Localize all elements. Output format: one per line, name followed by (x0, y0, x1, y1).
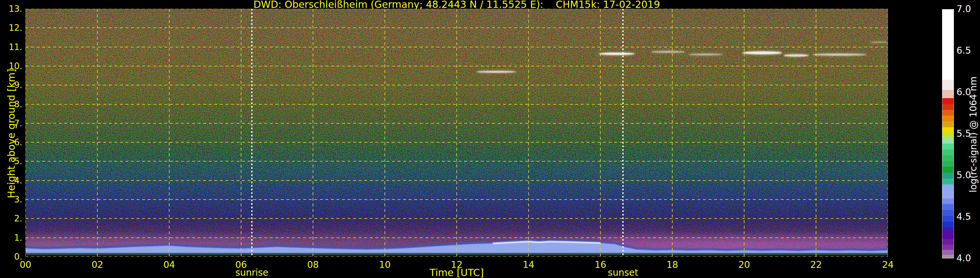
colorbar-tick-label: 6.5 (956, 46, 980, 56)
cloud-streak (870, 42, 888, 43)
gridline-vertical (528, 9, 529, 257)
gridline-vertical (241, 9, 242, 257)
gridline-horizontal (25, 161, 888, 161)
y-tick-label: 4. (0, 176, 22, 185)
cloud-streak (599, 53, 635, 55)
gridline-horizontal (25, 27, 888, 28)
y-tick-label: 5. (0, 157, 22, 166)
gridline-vertical (169, 9, 170, 257)
sunrise-line (251, 9, 253, 257)
y-tick-label: 11. (0, 42, 22, 52)
y-tick-label: 13. (0, 4, 22, 14)
gridline-horizontal (25, 256, 888, 257)
y-tick-label: 8. (0, 99, 22, 109)
gridline-vertical (457, 9, 457, 257)
gridline-vertical (744, 9, 745, 257)
cloud-streak (743, 51, 782, 54)
gridline-horizontal (25, 238, 888, 238)
y-tick-label: 2. (0, 214, 22, 224)
colorbar-tick-label: 7.0 (956, 4, 980, 14)
colorbar-tick-label: 4.5 (956, 212, 980, 222)
sunset-label: sunset (597, 268, 649, 278)
gridline-vertical (385, 9, 385, 257)
gridline-horizontal (25, 47, 888, 48)
gridline-horizontal (25, 9, 888, 9)
y-tick-label: 9. (0, 80, 22, 90)
y-tick-label: 3. (0, 195, 22, 205)
gridline-horizontal (25, 218, 888, 219)
cloud-streak (651, 51, 685, 53)
sunrise-label: sunrise (226, 268, 278, 278)
gridline-vertical (816, 9, 816, 257)
colorbar-gradient (942, 9, 954, 258)
x-axis-label: Time [UTC] (25, 268, 888, 278)
colorbar-tick-label: 4.0 (956, 254, 980, 263)
gridline-vertical (888, 9, 888, 257)
colorbar-label: log(rc-signal) @ 1064 nm (968, 72, 979, 197)
gridline-horizontal (25, 142, 888, 142)
gridline-horizontal (25, 85, 888, 85)
gridline-vertical (672, 9, 673, 257)
plot-area (25, 9, 888, 257)
cloud-streak (813, 54, 866, 56)
plot-title: DWD: Oberschleißheim (Germany; 48.2443 N… (25, 0, 888, 8)
gridline-vertical (600, 9, 601, 257)
gridline-vertical (97, 9, 98, 257)
gridline-horizontal (25, 66, 888, 66)
gridline-horizontal (25, 180, 888, 181)
ceilometer-quicklook-figure: DWD: Oberschleißheim (Germany; 48.2443 N… (0, 0, 980, 278)
cloud-streak (477, 71, 516, 73)
gridline-horizontal (25, 104, 888, 105)
y-tick-label: 1. (0, 233, 22, 243)
y-tick-label: 6. (0, 137, 22, 147)
y-tick-label: 12. (0, 23, 22, 33)
sunset-line (622, 9, 624, 257)
gridline-horizontal (25, 123, 888, 124)
y-tick-label: 10. (0, 61, 22, 71)
gridline-horizontal (25, 199, 888, 200)
y-tick-label: 7. (0, 118, 22, 128)
gridline-vertical (313, 9, 313, 257)
gridline-vertical (25, 9, 26, 257)
